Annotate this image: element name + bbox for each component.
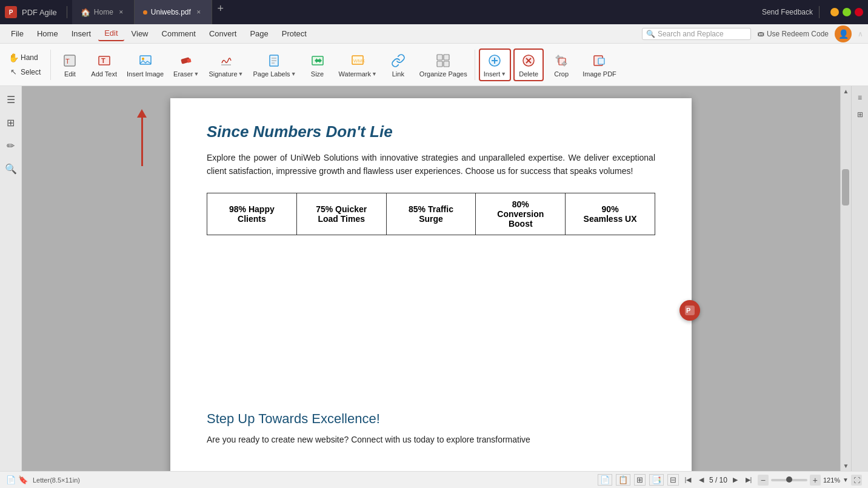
tab-bar: 🏠 Home ✕ Uniwebs.pdf ✕ +: [72, 0, 229, 24]
last-page-button[interactable]: ▶|: [743, 475, 754, 486]
link-label: Link: [392, 70, 404, 78]
insert-icon: [486, 52, 503, 69]
brand-icon[interactable]: P: [679, 300, 700, 321]
view-icon-4[interactable]: 📑: [649, 474, 664, 486]
zoom-slider-thumb[interactable]: [786, 476, 792, 483]
select-label: Select: [21, 68, 41, 76]
sidebar-search-icon[interactable]: 🔍: [2, 160, 19, 177]
next-page-button[interactable]: ▶: [730, 475, 741, 486]
add-text-icon: T: [96, 52, 113, 69]
maximize-button[interactable]: □: [843, 8, 851, 16]
svg-rect-18: [437, 61, 442, 67]
menu-home[interactable]: Home: [31, 27, 64, 41]
tool-insert[interactable]: Insert ▼: [479, 48, 511, 81]
tool-eraser[interactable]: Eraser ▼: [170, 50, 202, 80]
close-button[interactable]: ✕: [855, 8, 863, 16]
title-bar: P PDF Agile 🏠 Home ✕ Uniwebs.pdf ✕ + Sen…: [0, 0, 868, 24]
insert-with-arrow: Insert ▼: [484, 70, 506, 78]
uniwebs-tab-close[interactable]: ✕: [195, 8, 203, 16]
view-icon-1[interactable]: 📄: [598, 474, 612, 486]
search-box[interactable]: 🔍 Search and Replace: [642, 28, 751, 40]
zoom-in-button[interactable]: +: [810, 475, 821, 486]
svg-text:P: P: [686, 307, 690, 314]
insert-arrow: ▼: [501, 71, 506, 77]
fit-page-button[interactable]: ⛶: [851, 475, 862, 486]
scroll-track[interactable]: [841, 96, 851, 461]
pdf-page: P Since Numbers Don't Lie Explore the po…: [170, 98, 692, 471]
scroll-thumb[interactable]: [842, 169, 849, 206]
hand-tool[interactable]: ✋ Hand: [5, 51, 44, 64]
signature-arrow: ▼: [238, 71, 244, 77]
scroll-down-button[interactable]: ▼: [841, 461, 851, 471]
sidebar-edit-icon[interactable]: ✏: [2, 137, 19, 154]
signature-icon: [218, 52, 235, 69]
view-icon-3[interactable]: ⊞: [634, 474, 646, 486]
page-labels-with-arrow: Page Labels ▼: [253, 70, 296, 78]
tool-signature[interactable]: Signature ▼: [205, 50, 247, 80]
send-feedback-button[interactable]: Send Feedback: [762, 8, 813, 16]
menu-convert[interactable]: Convert: [203, 27, 243, 41]
svg-point-5: [142, 58, 144, 60]
svg-rect-17: [444, 55, 449, 60]
toolbar-sep-1: [50, 50, 51, 80]
right-panel-icon-1[interactable]: ≡: [853, 91, 867, 104]
menu-view[interactable]: View: [125, 27, 155, 41]
add-text-label: Add Text: [91, 70, 117, 78]
right-panel-icon-2[interactable]: ⊞: [853, 108, 867, 121]
tool-page-labels[interactable]: Page Labels ▼: [249, 50, 299, 80]
scrollbar-panel: ▲ ▼: [840, 86, 851, 471]
minimize-button[interactable]: —: [830, 8, 839, 16]
toolbar: ✋ Hand ↖ Select T Edit T Add Text Insert…: [0, 44, 868, 86]
menu-insert[interactable]: Insert: [65, 27, 98, 41]
tool-size[interactable]: Size: [302, 50, 333, 80]
tool-watermark[interactable]: WMK Watermark ▼: [335, 50, 381, 80]
empty-space: [207, 253, 655, 411]
svg-rect-30: [562, 63, 567, 64]
menu-edit[interactable]: Edit: [98, 26, 124, 41]
zoom-controls: − + 121% ▼ ⛶: [758, 475, 862, 486]
view-icon-5[interactable]: ⊟: [667, 474, 679, 486]
tool-insert-image[interactable]: Insert Image: [123, 50, 167, 80]
prev-page-button[interactable]: ◀: [696, 475, 707, 486]
footer-text: Are you ready to create new website? Con…: [207, 433, 655, 446]
tool-add-text[interactable]: T Add Text: [87, 50, 121, 80]
tool-image-pdf[interactable]: Image PDF: [579, 50, 620, 80]
home-tab-icon: 🏠: [81, 8, 90, 17]
user-avatar[interactable]: 👤: [835, 25, 852, 42]
tab-uniwebs[interactable]: Uniwebs.pdf ✕: [135, 0, 212, 24]
scroll-up-button[interactable]: ▲: [841, 86, 851, 96]
home-tab-label: Home: [94, 8, 113, 16]
tool-organize-pages[interactable]: Organize Pages: [416, 50, 471, 80]
image-pdf-icon: [591, 52, 608, 69]
tab-home[interactable]: 🏠 Home ✕: [72, 0, 135, 24]
menu-comment[interactable]: Comment: [156, 27, 202, 41]
tool-link[interactable]: Link: [383, 50, 413, 80]
status-icon-1[interactable]: 📄: [6, 475, 16, 484]
sidebar-list-icon[interactable]: ☰: [2, 91, 19, 108]
menu-file[interactable]: File: [5, 27, 30, 41]
use-redeem-button[interactable]: 🎟 Use Redeem Code: [757, 30, 829, 38]
sidebar-grid-icon[interactable]: ⊞: [2, 114, 19, 131]
svg-text:T: T: [65, 58, 70, 65]
section-title: Step Up Towards Excellence!: [207, 411, 655, 427]
stat-happy-clients: 98% Happy Clients: [207, 193, 297, 235]
collapse-ribbon-button[interactable]: ∧: [858, 30, 863, 38]
tool-edit[interactable]: T Edit: [55, 50, 85, 80]
hand-label: Hand: [21, 53, 38, 62]
menu-protect[interactable]: Protect: [276, 27, 313, 41]
status-icon-2[interactable]: 🔖: [18, 475, 28, 484]
home-tab-close[interactable]: ✕: [117, 8, 125, 16]
insert-image-icon: [137, 52, 154, 69]
add-tab-button[interactable]: +: [212, 0, 229, 17]
view-icon-2[interactable]: 📋: [616, 474, 630, 486]
zoom-slider[interactable]: [771, 479, 807, 481]
zoom-dropdown-arrow[interactable]: ▼: [843, 476, 849, 483]
organize-pages-label: Organize Pages: [419, 70, 467, 78]
select-tool[interactable]: ↖ Select: [5, 65, 44, 79]
tool-crop[interactable]: Crop: [546, 50, 576, 80]
svg-text:WMK: WMK: [353, 58, 365, 64]
first-page-button[interactable]: |◀: [683, 475, 693, 486]
menu-page[interactable]: Page: [244, 27, 274, 41]
tool-delete[interactable]: Delete: [513, 48, 544, 81]
zoom-out-button[interactable]: −: [758, 475, 769, 486]
